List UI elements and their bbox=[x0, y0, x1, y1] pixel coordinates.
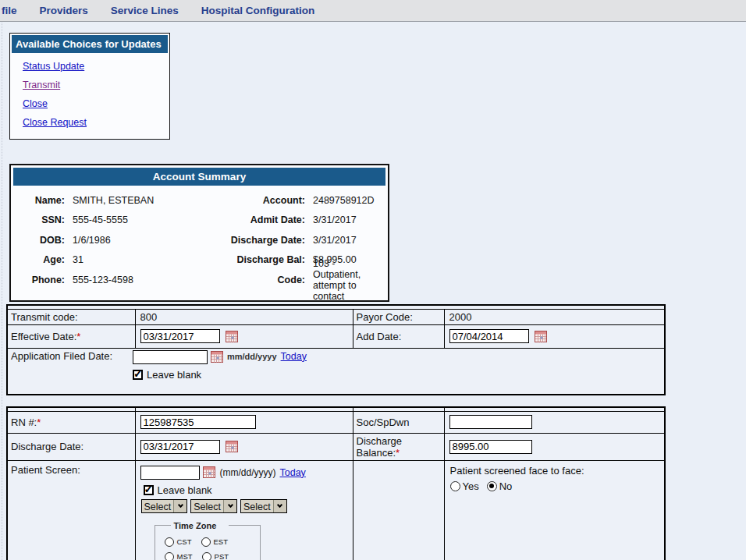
empty-cell bbox=[353, 460, 444, 560]
time-zone-option-pst: PST bbox=[202, 552, 229, 560]
table-row: Effective Date:* Add Date: bbox=[7, 324, 665, 348]
leave-blank-checkbox[interactable] bbox=[133, 370, 143, 380]
link-status-update[interactable]: Status Update bbox=[23, 61, 84, 72]
nav-item-service-lines[interactable]: Service Lines bbox=[111, 5, 179, 16]
face-to-face-radios: Yes No bbox=[450, 480, 662, 492]
date-format-hint: (mm/dd/yyyy) bbox=[220, 467, 276, 478]
table-row: RN #:* Soc/SpDwn bbox=[7, 411, 665, 433]
leave-blank-row: Leave blank bbox=[144, 484, 350, 496]
soc-spdwn-label: Soc/SpDwn bbox=[353, 411, 444, 433]
summary-label-dob: DOB: bbox=[16, 230, 65, 250]
payor-code-label: Payor Code: bbox=[353, 309, 444, 324]
calendar-icon[interactable] bbox=[226, 441, 238, 452]
summary-label-account: Account: bbox=[219, 190, 305, 211]
time-zone-row: CST EST bbox=[165, 537, 260, 547]
summary-value-admit-date: 3/31/2017 bbox=[313, 211, 382, 231]
mst-radio[interactable] bbox=[165, 552, 174, 560]
nav-item-providers[interactable]: Providers bbox=[40, 5, 88, 16]
rn-number-cell bbox=[135, 411, 353, 433]
leave-blank-label: Leave blank bbox=[147, 369, 201, 381]
patient-screen-select-2[interactable]: Select bbox=[190, 499, 237, 513]
chevron-down-icon bbox=[273, 500, 286, 512]
time-zone-option-est: EST bbox=[201, 537, 228, 547]
summary-label-discharge-date: Discharge Date: bbox=[219, 230, 305, 250]
summary-value-code: 103 - Outpatient, attempt to contact bbox=[313, 270, 382, 290]
required-marker: * bbox=[396, 447, 400, 459]
summary-label-age: Age: bbox=[16, 250, 65, 271]
application-filed-date-label: Application Filed Date: bbox=[11, 350, 133, 362]
transmit-code-value: 800 bbox=[135, 309, 353, 324]
patient-screen-label: Patient Screen: bbox=[7, 460, 135, 560]
top-nav: file Providers Service Lines Hospital Co… bbox=[0, 0, 746, 22]
leave-blank-checkbox[interactable] bbox=[144, 485, 154, 495]
face-to-face-no-label: No bbox=[499, 480, 513, 492]
application-filed-date-input[interactable] bbox=[133, 350, 208, 364]
patient-screen-date-input[interactable] bbox=[140, 466, 200, 480]
pst-radio[interactable] bbox=[202, 552, 211, 560]
summary-value-phone: 555-123-4598 bbox=[73, 270, 211, 290]
link-transmit[interactable]: Transmit bbox=[23, 80, 60, 90]
application-filed-date-row: Application Filed Date:mm/dd/yyyyToday L… bbox=[7, 348, 665, 395]
leave-blank-label: Leave blank bbox=[158, 484, 212, 496]
rn-number-input[interactable] bbox=[140, 415, 256, 429]
available-choices-header: Available Choices for Updates bbox=[12, 35, 168, 53]
add-date-cell bbox=[444, 324, 665, 348]
face-to-face-no-radio[interactable] bbox=[487, 481, 497, 491]
today-link[interactable]: Today bbox=[280, 467, 306, 478]
summary-value-ssn: 555-45-5555 bbox=[73, 211, 211, 231]
nav-item-hospital-configuration[interactable]: Hospital Configuration bbox=[201, 5, 315, 16]
mst-label: MST bbox=[177, 552, 193, 560]
discharge-balance-input[interactable] bbox=[449, 440, 532, 454]
account-summary-grid: Name: SMITH, ESTEBAN Account: 2489758912… bbox=[13, 186, 385, 298]
payor-code-value: 2000 bbox=[444, 309, 665, 324]
required-marker: * bbox=[37, 416, 41, 428]
summary-label-discharge-bal: Discharge Bal: bbox=[219, 250, 305, 271]
effective-date-label: Effective Date:* bbox=[7, 324, 135, 348]
calendar-icon[interactable] bbox=[226, 331, 238, 342]
cst-radio[interactable] bbox=[165, 537, 174, 547]
est-radio[interactable] bbox=[201, 537, 211, 547]
effective-date-cell bbox=[135, 324, 353, 348]
calendar-icon[interactable] bbox=[211, 351, 223, 363]
time-zone-fieldset: Time Zone CST EST bbox=[155, 521, 261, 560]
face-to-face-yes-radio[interactable] bbox=[450, 481, 460, 491]
summary-label-code: Code: bbox=[219, 270, 305, 290]
patient-screen-select-3[interactable]: Select bbox=[240, 499, 287, 513]
discharge-date-cell bbox=[135, 433, 353, 460]
transmit-details-table: Transmit code: 800 Payor Code: 2000 Effe… bbox=[6, 304, 666, 395]
select-value: Select bbox=[241, 500, 273, 512]
discharge-date-label: Discharge Date: bbox=[7, 433, 135, 460]
soc-spdwn-cell bbox=[444, 411, 665, 433]
effective-date-input[interactable] bbox=[140, 329, 220, 343]
add-date-input[interactable] bbox=[449, 329, 529, 343]
chevron-down-icon bbox=[223, 500, 236, 512]
rn-number-label: RN #:* bbox=[7, 411, 135, 433]
summary-label-ssn: SSN: bbox=[16, 211, 65, 231]
account-summary-header: Account Summary bbox=[13, 168, 385, 186]
discharge-balance-label: Discharge Balance:* bbox=[353, 433, 444, 460]
link-close[interactable]: Close bbox=[23, 98, 48, 109]
application-filed-date-line: Application Filed Date:mm/dd/yyyyToday bbox=[11, 350, 661, 364]
patient-screen-row: Patient Screen: (mm/dd/yyyy)Today Leave … bbox=[7, 460, 665, 560]
chevron-down-icon bbox=[173, 500, 186, 512]
patient-screen-cell: (mm/dd/yyyy)Today Leave blank Select Sel… bbox=[135, 460, 353, 560]
summary-value-dob: 1/6/1986 bbox=[73, 230, 211, 250]
discharge-date-input[interactable] bbox=[140, 440, 220, 454]
summary-label-admit-date: Admit Date: bbox=[219, 211, 305, 231]
today-link[interactable]: Today bbox=[281, 351, 307, 362]
application-filed-date-cell: Application Filed Date:mm/dd/yyyyToday L… bbox=[7, 348, 665, 395]
calendar-icon[interactable] bbox=[535, 331, 547, 342]
summary-label-name: Name: bbox=[16, 190, 65, 211]
face-to-face-yes-label: Yes bbox=[463, 480, 479, 492]
soc-spdwn-input[interactable] bbox=[449, 415, 532, 429]
patient-screen-select-1[interactable]: Select bbox=[141, 499, 188, 513]
page: file Providers Service Lines Hospital Co… bbox=[0, 0, 746, 560]
calendar-icon[interactable] bbox=[203, 466, 215, 478]
patient-details-table: RN #:* Soc/SpDwn Discharge Date: Dischar… bbox=[6, 406, 666, 560]
summary-value-discharge-date: 3/31/2017 bbox=[313, 230, 382, 250]
nav-item-file[interactable]: file bbox=[2, 5, 17, 16]
discharge-balance-cell bbox=[444, 433, 665, 460]
add-date-label: Add Date: bbox=[353, 324, 444, 348]
summary-value-account: 2489758912D bbox=[313, 190, 382, 211]
link-close-request[interactable]: Close Request bbox=[23, 117, 87, 128]
